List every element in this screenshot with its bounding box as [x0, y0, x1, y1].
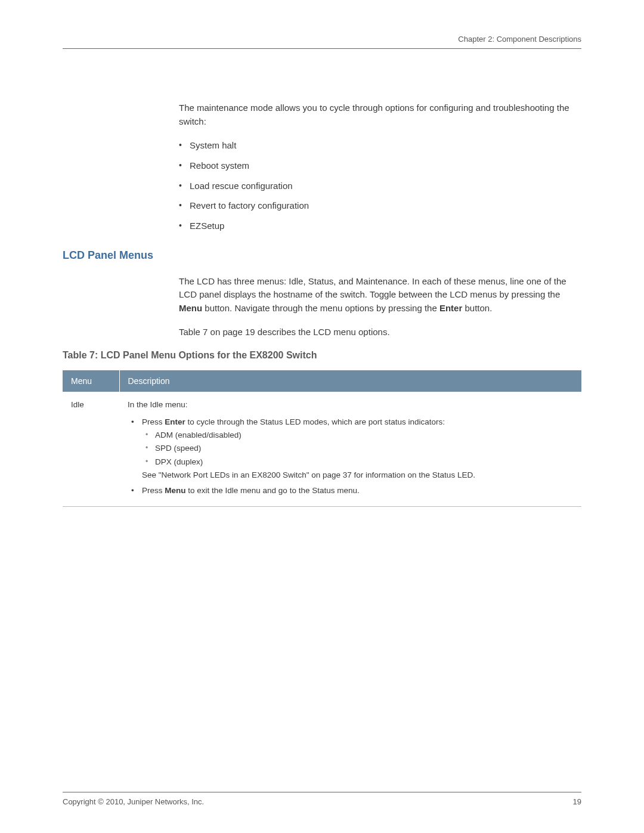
bullet-system-halt: System halt [190, 139, 581, 152]
content-area: The maintenance mode allows you to cycle… [63, 49, 581, 507]
footer-copyright: Copyright © 2010, Juniper Networks, Inc. [63, 797, 204, 806]
bullet-factory: Revert to factory configuration [190, 199, 581, 212]
menu-bold-1: Menu [179, 303, 202, 313]
lcd-para-1: The LCD has three menus: Idle, Status, a… [179, 275, 581, 315]
td-menu-idle: Idle [63, 392, 119, 507]
idle-b2-a: Press [142, 486, 165, 495]
chapter-header: Chapter 2: Component Descriptions [63, 35, 581, 49]
page-container: Chapter 2: Component Descriptions The ma… [0, 0, 644, 833]
page-footer: Copyright © 2010, Juniper Networks, Inc.… [63, 792, 581, 806]
idle-bullet-menu: Press Menu to exit the Idle menu and go … [142, 485, 573, 497]
enter-bold-1: Enter [439, 303, 462, 313]
idle-sub-adm: ADM (enabled/disabled) [155, 429, 573, 441]
idle-sub-spd: SPD (speed) [155, 442, 573, 454]
idle-b1-b: to cycle through the Status LED modes, w… [185, 417, 445, 426]
idle-b2-b: to exit the Idle menu and go to the Stat… [186, 486, 360, 495]
bullet-ezsetup: EZSetup [190, 219, 581, 233]
table-header-row: Menu Description [63, 370, 581, 392]
lcd-menu-table: Menu Description Idle In the Idle menu: … [63, 370, 581, 507]
th-menu: Menu [63, 370, 119, 392]
lcd-para-1b: button. Navigate through the menu option… [202, 303, 439, 313]
th-description: Description [119, 370, 581, 392]
bullet-reboot: Reboot system [190, 159, 581, 172]
table-row-idle: Idle In the Idle menu: Press Enter to cy… [63, 392, 581, 507]
idle-see-ref: See "Network Port LEDs in an EX8200 Swit… [142, 469, 573, 481]
idle-sub-dpx: DPX (duplex) [155, 456, 573, 468]
idle-inner-list: ADM (enabled/disabled) SPD (speed) DPX (… [142, 429, 573, 468]
idle-bullet-enter: Press Enter to cycle through the Status … [142, 416, 573, 481]
footer-page-number: 19 [573, 797, 581, 806]
lcd-para-2: Table 7 on page 19 describes the LCD men… [179, 326, 581, 339]
section-heading-lcd-menus: LCD Panel Menus [63, 249, 581, 262]
table-7-title: Table 7: LCD Panel Menu Options for the … [63, 350, 581, 361]
maintenance-intro: The maintenance mode allows you to cycle… [179, 101, 581, 128]
chapter-title: Chapter 2: Component Descriptions [458, 35, 581, 44]
idle-intro: In the Idle menu: [128, 400, 573, 409]
bullet-rescue: Load rescue configuration [190, 179, 581, 193]
idle-b1-a: Press [142, 417, 165, 426]
idle-outer-list: Press Enter to cycle through the Status … [128, 416, 573, 497]
td-desc-idle: In the Idle menu: Press Enter to cycle t… [119, 392, 581, 507]
idle-b1-enter: Enter [165, 417, 185, 426]
idle-b2-menu: Menu [165, 486, 185, 495]
maintenance-bullets: System halt Reboot system Load rescue co… [179, 139, 581, 233]
lcd-para-1c: button. [462, 303, 492, 313]
lcd-para-1a: The LCD has three menus: Idle, Status, a… [179, 276, 566, 300]
